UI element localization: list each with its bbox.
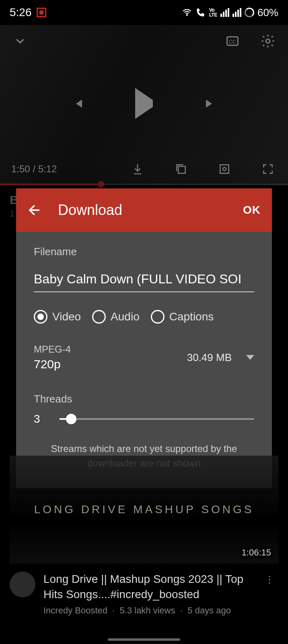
battery-percent: 60% bbox=[257, 6, 278, 19]
threads-label: Threads bbox=[34, 393, 254, 405]
filename-label: Filename bbox=[34, 246, 254, 258]
related-title: Long Drive || Mashup Songs 2023 || Top H… bbox=[43, 572, 253, 602]
thumbnail-overlay-text: LONG DRIVE MASHUP SONGS bbox=[34, 503, 254, 516]
radio-icon bbox=[34, 310, 47, 324]
svg-point-3 bbox=[266, 39, 270, 43]
ok-button[interactable]: OK bbox=[243, 204, 261, 217]
wifi-calling-icon bbox=[195, 7, 206, 18]
download-dialog: Download OK Filename Baby Calm Down (FUL… bbox=[16, 188, 272, 488]
dialog-title: Download bbox=[58, 202, 227, 219]
battery-ring-icon bbox=[245, 8, 254, 17]
volte-icon: VoLTE bbox=[209, 8, 217, 17]
related-meta: Incredy Boosted · 5.3 lakh views · 5 day… bbox=[43, 605, 253, 616]
more-options-icon[interactable]: ⋮ bbox=[261, 572, 278, 588]
format-size: 30.49 MB bbox=[187, 351, 232, 364]
svg-text:CC: CC bbox=[229, 39, 236, 45]
screen-record-icon bbox=[37, 8, 46, 17]
previous-icon[interactable] bbox=[69, 95, 87, 112]
next-icon[interactable] bbox=[201, 95, 219, 112]
chevron-down-icon bbox=[246, 355, 254, 360]
download-icon[interactable] bbox=[129, 160, 146, 178]
cell-signal-1-icon bbox=[220, 8, 229, 17]
download-type-group: Video Audio Captions bbox=[34, 310, 254, 324]
filename-input[interactable]: Baby Calm Down (FULL VIDEO SOI bbox=[34, 270, 254, 292]
fullscreen-icon[interactable] bbox=[259, 160, 277, 178]
cell-signal-2-icon bbox=[232, 8, 241, 17]
threads-slider[interactable] bbox=[60, 418, 254, 420]
related-video-item[interactable]: Long Drive || Mashup Songs 2023 || Top H… bbox=[10, 572, 278, 616]
captions-icon[interactable]: CC bbox=[224, 32, 241, 50]
video-player[interactable]: CC 1:50 / 5:12 bbox=[0, 25, 288, 185]
queue-icon[interactable] bbox=[172, 160, 190, 178]
channel-avatar[interactable] bbox=[10, 572, 35, 597]
svg-point-6 bbox=[223, 167, 226, 171]
related-thumbnail[interactable]: LONG DRIVE MASHUP SONGS 1:06:15 bbox=[10, 456, 278, 564]
svg-rect-5 bbox=[220, 165, 228, 173]
back-arrow-icon[interactable] bbox=[27, 203, 42, 217]
settings-gear-icon[interactable] bbox=[259, 32, 277, 50]
format-codec: MPEG-4 bbox=[34, 344, 71, 355]
format-selector[interactable]: MPEG-4 720p 30.49 MB bbox=[34, 344, 254, 371]
wifi-icon bbox=[182, 7, 192, 18]
collapse-icon[interactable] bbox=[11, 32, 29, 50]
svg-rect-4 bbox=[178, 166, 185, 173]
radio-icon bbox=[151, 310, 165, 324]
radio-icon bbox=[92, 310, 106, 324]
play-icon[interactable] bbox=[135, 100, 153, 107]
home-indicator bbox=[108, 638, 180, 641]
radio-video[interactable]: Video bbox=[34, 310, 81, 324]
status-time: 5:26 bbox=[10, 6, 32, 19]
format-resolution: 720p bbox=[34, 357, 71, 371]
threads-value: 3 bbox=[34, 413, 43, 425]
status-bar: 5:26 VoLTE 60% bbox=[0, 0, 288, 25]
svg-point-0 bbox=[187, 14, 187, 15]
playback-time: 1:50 / 5:12 bbox=[11, 163, 57, 175]
radio-audio[interactable]: Audio bbox=[92, 310, 140, 324]
popup-icon[interactable] bbox=[216, 160, 233, 178]
radio-captions[interactable]: Captions bbox=[151, 310, 214, 324]
thumbnail-duration: 1:06:15 bbox=[240, 547, 273, 559]
